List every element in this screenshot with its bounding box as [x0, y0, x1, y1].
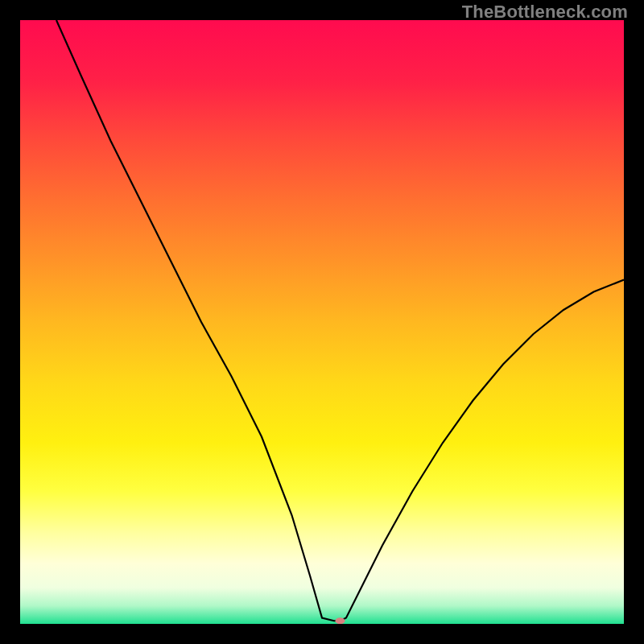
bottleneck-chart [20, 20, 624, 624]
optimal-marker [336, 617, 345, 624]
chart-frame: TheBottleneck.com [0, 0, 644, 644]
plot-area [20, 20, 624, 624]
gradient-background [20, 20, 624, 624]
watermark-text: TheBottleneck.com [462, 2, 628, 23]
